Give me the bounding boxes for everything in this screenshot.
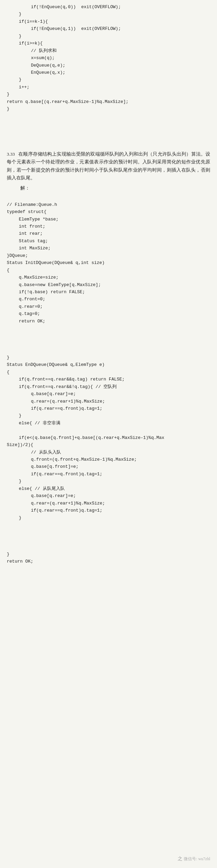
page-container: if(!EnQueue(q,0)) exit(OVERFLOW); } if(i… (0, 0, 217, 868)
code-line: { (7, 369, 210, 376)
code-line: }DQueue; (7, 252, 210, 259)
code-line: Status EnDQueue(DQueue& q,ElemType e) (7, 361, 210, 368)
code-line: if(q.rear==q.front)q.tag=1; (7, 507, 210, 514)
code-line: ElemType *base; (7, 216, 210, 223)
code-line-empty (7, 543, 210, 550)
code-line: q.rear=(q.rear+1)%q.MaxSize; (7, 398, 210, 405)
code-line: EnQueue(q,x); (7, 69, 210, 76)
code-line: // 从队头入队 (7, 449, 210, 456)
code-line: } (7, 76, 210, 83)
code-line: } (7, 91, 210, 98)
problem-description: 在顺序存储结构上实现输出受限的双端循环队列的入列和出列（只允许队头出列）算法。设… (7, 152, 210, 181)
code-line: } (7, 33, 210, 40)
code-line: if(q.rear==q.front)q.tag=1; (7, 405, 210, 412)
watermark: 之 微信号: wu7zhl (178, 856, 210, 862)
section-divider-3 (0, 133, 217, 143)
code-line: } (7, 478, 210, 485)
top-code-section: if(!EnQueue(q,0)) exit(OVERFLOW); } if(i… (0, 0, 217, 113)
code-line: } (7, 105, 210, 112)
code-line: q.base[q.rear]=e; (7, 390, 210, 397)
code-line-empty (7, 325, 210, 332)
code-line: int MaxSize; (7, 245, 210, 252)
code-line: return q.base[(q.rear+q.MaxSize-1)%q.Max… (7, 98, 210, 105)
code-line: q.base[q.rear]=e; (7, 492, 210, 499)
code-line: { (7, 267, 210, 274)
code-line: // 队列求和 (7, 47, 210, 54)
problem-text: 3.33 在顺序存储结构上实现输出受限的双端循环队列的入列和出列（只允许队头出列… (7, 150, 210, 182)
code-line: q.tag=0; (7, 310, 210, 317)
code-line: if(!q.base) return FALSE; (7, 288, 210, 296)
code-line: int rear; (7, 230, 210, 237)
code-line: // Filename:Queue.h (7, 201, 210, 208)
code-line-return-ok: return OK; (7, 558, 210, 565)
code-line-empty (7, 529, 210, 536)
code-line: q.front=0; (7, 296, 210, 303)
code-line: if(q.front==q.rear&&q.tag) return FALSE; (7, 376, 210, 383)
code-line: } (7, 354, 210, 361)
code-line: if(!EnQueue(q,0)) exit(OVERFLOW); (7, 3, 210, 11)
code-line: Size])/2){ (7, 441, 210, 448)
watermark-icon: 之 (178, 856, 182, 862)
code-line: q.rear=0; (7, 303, 210, 310)
code-line: if(q.front==q.rear&&!q.tag){ // 空队列 (7, 383, 210, 390)
code-line: q.base[q.front]=e; (7, 463, 210, 470)
code-line: q.base=new ElemType[q.MaxSize]; (7, 281, 210, 288)
code-line: else{ // 从队尾入队 (7, 485, 210, 492)
code-line: } (7, 551, 210, 558)
code-line: Status tag; (7, 237, 210, 245)
problem-section: 3.33 在顺序存储结构上实现输出受限的双端循环队列的入列和出列（只允许队头出列… (0, 143, 217, 198)
code-line: return OK; (7, 318, 210, 325)
code-line: x=sum(q); (7, 54, 210, 61)
watermark-text: 微信号: wu7zhl (184, 856, 210, 862)
code-line: if(e<(q.base[q.front]+q.base[(q.rear+q.M… (7, 434, 210, 441)
code-line: } (7, 514, 210, 521)
code-line: q.MaxSize=size; (7, 274, 210, 281)
code-line: if(q.rear==q.front)q.tag=1; (7, 471, 210, 478)
code-line: } (7, 11, 210, 18)
problem-number: 3.33 (7, 152, 15, 157)
section-divider-2 (0, 123, 217, 133)
code-line-empty (7, 347, 210, 354)
code-line: int front; (7, 223, 210, 230)
code-line: q.rear=(q.rear+1)%q.MaxSize; (7, 500, 210, 507)
code-line: DeQueue(q,e); (7, 62, 210, 69)
code-section-main: // Filename:Queue.h typedef struct{ Elem… (0, 198, 217, 565)
section-divider (0, 113, 217, 123)
code-line: if(i==k-1){ (7, 18, 210, 25)
code-line-empty (7, 427, 210, 434)
code-line-empty (7, 339, 210, 347)
code-line: i++; (7, 84, 210, 91)
code-line: if(i>=k){ (7, 40, 210, 47)
code-line-empty (7, 521, 210, 529)
answer-label: 解： (7, 184, 210, 192)
code-line: typedef struct{ (7, 208, 210, 215)
code-line: else{ // 非空非满 (7, 420, 210, 427)
code-line: Status InitDQueue(DQueue& q,int size) (7, 259, 210, 266)
code-line-empty (7, 332, 210, 339)
code-line-empty (7, 536, 210, 543)
code-line: } (7, 412, 210, 419)
code-line: if(!EnQueue(q,1)) exit(OVERFLOW); (7, 25, 210, 32)
code-line: q.front=(q.front+q.MaxSize-1)%q.MaxSize; (7, 456, 210, 463)
